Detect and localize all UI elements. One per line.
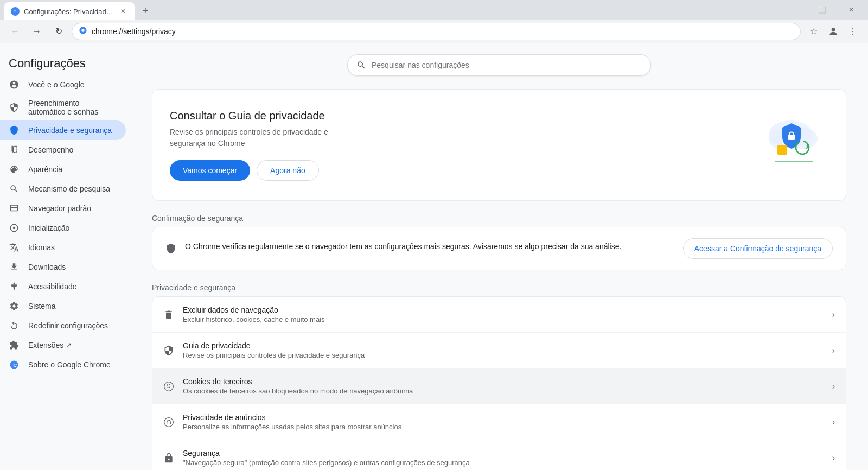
sidebar-label-about: Sobre o Google Chrome [28,360,111,369]
privacy-item-guide[interactable]: Guia de privacidade Revise os principais… [152,333,846,369]
sidebar-item-downloads[interactable]: Downloads [0,257,126,277]
chevron-right-icon: › [832,310,835,320]
sidebar-item-accessibility[interactable]: Acessibilidade [0,277,126,296]
svg-rect-15 [788,135,795,140]
guide-title: Consultar o Guia de privacidade [170,110,365,122]
svg-point-19 [164,382,174,391]
svg-point-21 [169,384,170,385]
svg-point-22 [167,386,168,388]
sidebar-item-appearance[interactable]: Aparência [0,160,126,179]
clear-data-text: Excluir dados de navegação Excluir histó… [183,306,824,323]
reset-icon [9,320,20,331]
privacy-guide-desc: Revise os principais controles de privac… [183,351,824,359]
active-tab[interactable]: C Configurações: Privacidade e s... ✕ [4,2,135,21]
later-button[interactable]: Agora não [257,160,319,181]
address-text: chrome://settings/privacy [92,27,794,36]
search-bar[interactable] [347,54,651,76]
trash-icon [163,309,174,320]
sidebar-item-search[interactable]: Mecanismo de pesquisa [0,179,126,199]
sidebar-item-about[interactable]: C Sobre o Google Chrome [0,355,126,374]
clear-data-desc: Excluir histórico, cookies, cache e muit… [183,315,824,323]
sidebar-label-languages: Idiomas [28,243,55,252]
privacy-illustration [731,107,828,183]
privacy-guide-text: Guia de privacidade Revise os principais… [183,341,824,359]
maximize-button[interactable]: ⬜ [809,0,834,20]
languages-icon [9,242,20,253]
ad-privacy-title: Privacidade de anúncios [183,413,824,422]
reload-button[interactable]: ↻ [50,23,67,40]
window-controls: ─ ⬜ ✕ [780,0,864,20]
security-check-description: O Chrome verifica regularmente se o nave… [185,242,621,251]
extensions-icon [9,340,20,351]
sidebar-item-default-browser[interactable]: Navegador padrão [0,199,126,218]
chevron-right-icon-3: › [832,382,835,391]
guide-description: Revise os principais controles de privac… [170,126,365,149]
svg-rect-16 [777,145,787,155]
security-check-left: O Chrome verifica regularmente se o nave… [165,242,621,256]
sidebar-item-languages[interactable]: Idiomas [0,238,126,257]
default-browser-icon [9,203,20,214]
tab-title: Configurações: Privacidade e s... [24,8,114,16]
new-tab-button[interactable]: + [138,3,153,18]
tab-bar: C Configurações: Privacidade e s... ✕ + [4,0,776,21]
svg-point-3 [81,29,84,31]
svg-point-23 [169,386,170,388]
search-input[interactable] [372,61,642,69]
svg-point-24 [164,417,174,427]
sidebar-item-autofill[interactable]: Preenchimento automático e senhas [0,94,126,120]
security-text: Segurança "Navegação segura" (proteção c… [183,449,824,467]
sidebar-label-privacy: Privacidade e segurança [28,126,112,135]
sidebar-item-system[interactable]: Sistema [0,296,126,316]
privacy-item-ads[interactable]: Privacidade de anúncios Personalize as i… [152,404,846,440]
sidebar-item-google[interactable]: Você e o Google [0,75,126,94]
sidebar-label-google: Você e o Google [28,80,85,89]
chevron-right-icon-5: › [832,453,835,463]
ad-privacy-desc: Personalize as informações usadas pelos … [183,423,824,431]
security-section-title: Confirmação de segurança [152,214,846,223]
search-engine-icon [9,183,20,194]
clear-data-title: Excluir dados de navegação [183,306,824,314]
address-bar[interactable]: chrome://settings/privacy [72,23,801,40]
sidebar-item-privacy[interactable]: Privacidade e segurança [0,120,126,140]
ad-privacy-icon [163,417,174,428]
security-desc: "Navegação segura" (proteção contra site… [183,459,824,467]
title-bar: C Configurações: Privacidade e s... ✕ + … [0,0,868,20]
svg-point-8 [13,227,16,230]
sidebar-item-extensions[interactable]: Extensões ↗ [0,335,126,355]
menu-button[interactable]: ⋮ [844,23,861,40]
privacy-guide-title: Guia de privacidade [183,341,824,350]
autofill-icon [9,102,20,113]
search-icon [356,60,366,70]
security-check-button[interactable]: Acessar a Confirmação de segurança [683,238,833,259]
chevron-right-icon-4: › [832,417,835,427]
security-title: Segurança [183,449,824,458]
forward-button[interactable]: → [28,23,46,40]
sidebar-item-performance[interactable]: Desempenho [0,140,126,160]
privacy-item-cookies[interactable]: Cookies de terceiros Os cookies de terce… [152,369,846,404]
privacy-item-security[interactable]: Segurança "Navegação segura" (proteção c… [152,440,846,470]
tab-close-btn[interactable]: ✕ [118,7,128,16]
appearance-icon [9,164,20,175]
close-button[interactable]: ✕ [839,0,864,20]
chevron-right-icon-2: › [832,346,835,355]
start-button[interactable]: Vamos começar [170,160,250,181]
minimize-button[interactable]: ─ [780,0,805,20]
svg-rect-5 [10,205,18,211]
sidebar-label-startup: Inicialização [28,224,69,232]
sidebar-item-startup[interactable]: Inicialização [0,218,126,238]
bookmark-button[interactable]: ☆ [805,23,822,40]
cookies-title: Cookies de terceiros [183,377,824,386]
about-icon: C [9,359,20,370]
sidebar-label-reset: Redefinir configurações [28,321,108,330]
security-check-card: O Chrome verifica regularmente se o nave… [152,227,846,270]
performance-icon [9,144,20,155]
privacy-item-clear-data[interactable]: Excluir dados de navegação Excluir histó… [152,297,846,333]
sidebar-label-appearance: Aparência [28,165,62,174]
svg-point-9 [14,283,15,284]
cookies-text: Cookies de terceiros Os cookies de terce… [183,377,824,395]
back-button[interactable]: ← [7,23,24,40]
profile-button[interactable] [825,23,842,40]
ad-privacy-text: Privacidade de anúncios Personalize as i… [183,413,824,431]
cookie-icon [163,381,174,392]
sidebar-item-reset[interactable]: Redefinir configurações [0,316,126,335]
